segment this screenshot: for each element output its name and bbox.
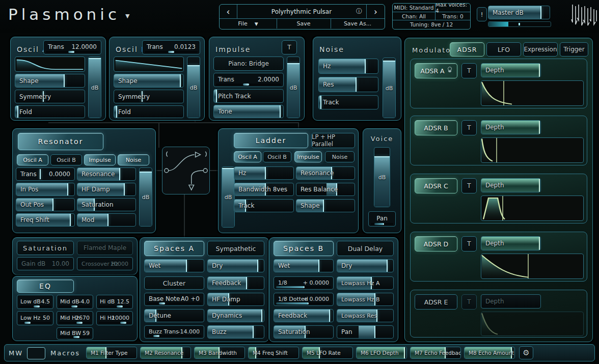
- macro-m2-slider[interactable]: M2 Resonance: [140, 347, 191, 359]
- voice-pan-slider[interactable]: Pan: [368, 211, 396, 227]
- tab-lfo[interactable]: LFO: [486, 42, 521, 57]
- spaces-b-dry-slider[interactable]: Dry: [337, 259, 394, 272]
- oscil-a-wave-display[interactable]: [15, 57, 85, 72]
- adsr-c-depth-slider[interactable]: Depth: [481, 178, 541, 192]
- ladder-mode-button[interactable]: LP + HP Parallel: [311, 133, 355, 148]
- voice-db-slider[interactable]: dB: [374, 147, 390, 207]
- preset-prev-button[interactable]: ‹: [220, 5, 237, 18]
- spaces-b-lowpass-b-slider[interactable]: Lowpass Hz B: [337, 293, 394, 306]
- oscil-b-shape-slider[interactable]: Shape: [114, 74, 184, 88]
- ladder-source-impulse[interactable]: Impulse: [294, 151, 322, 162]
- oscil-b-db-slider[interactable]: dB: [187, 57, 200, 118]
- noise-db-slider[interactable]: dB: [383, 58, 396, 118]
- macro-m3-slider[interactable]: M3 Bandwidth: [194, 347, 245, 359]
- spaces-a-feedback-slider[interactable]: Feedback: [207, 276, 264, 290]
- macro-m8-slider[interactable]: M8 Echo Amount: [464, 347, 515, 359]
- resonator-trans-box[interactable]: Trans 0.0000: [16, 167, 75, 181]
- saturation-mode-button[interactable]: Flamed Maple: [77, 241, 133, 255]
- adsr-d-enable-button[interactable]: ADSR D: [415, 236, 457, 251]
- ladder-db-slider[interactable]: dB: [222, 166, 235, 228]
- oscil-b-symmetry-slider[interactable]: Symmetry: [114, 90, 184, 103]
- eq-enable-button[interactable]: EQ: [17, 279, 74, 293]
- tab-trigger[interactable]: Trigger: [560, 42, 588, 57]
- spaces-b-delay-a-box[interactable]: 1/8 + 0.0000: [274, 276, 334, 290]
- macro-m4-slider[interactable]: M4 Freq Shift: [248, 347, 299, 359]
- adsr-e-trigger-button[interactable]: T: [461, 294, 477, 310]
- routing-matrix-display[interactable]: [162, 147, 210, 194]
- eq-mid-db-box[interactable]: Mid dB-4.0: [57, 295, 93, 309]
- oscil-a-db-slider[interactable]: dB: [88, 57, 101, 118]
- impulse-db-slider[interactable]: dB: [287, 57, 300, 118]
- adsr-e-enable-button[interactable]: ADSR E: [415, 294, 457, 310]
- eq-low-db-box[interactable]: Low dB4.5: [17, 295, 53, 309]
- noise-res-slider[interactable]: Res: [318, 77, 378, 92]
- spaces-a-wet-slider[interactable]: Wet: [144, 259, 204, 272]
- ladder-hz-slider[interactable]: Hz: [234, 166, 294, 180]
- resonator-hf-damp-slider[interactable]: HF Damp: [77, 183, 136, 196]
- noise-hz-slider[interactable]: Hz: [318, 59, 378, 74]
- oscil-b-wave-display[interactable]: [114, 57, 184, 72]
- impulse-sample-button[interactable]: Piano: Bridge: [213, 57, 284, 71]
- midi-info-box[interactable]: MIDI: Standard Max Voices: 4 Chan: All T…: [392, 3, 471, 30]
- save-button[interactable]: Save: [277, 19, 331, 29]
- adsr-e-depth-slider[interactable]: Depth: [481, 294, 541, 309]
- app-logo[interactable]: Plasmonic: [8, 5, 120, 23]
- resonator-source-oscil-b[interactable]: Oscil B: [50, 154, 82, 165]
- oscil-b-trans-box[interactable]: Trans 0.0123: [142, 40, 200, 54]
- adsr-d-trigger-button[interactable]: T: [461, 236, 477, 251]
- adsr-a-enable-button[interactable]: ADSR A: [415, 63, 457, 78]
- macro-m5-slider[interactable]: M5 LFO Rate: [302, 347, 353, 359]
- ladder-source-oscil-b[interactable]: Oscil B: [263, 151, 291, 162]
- spaces-a-buzz-slider[interactable]: Buzz: [207, 325, 264, 339]
- resonator-source-impulse[interactable]: Impulse: [84, 154, 116, 165]
- file-menu-button[interactable]: File▼: [220, 19, 277, 29]
- spaces-b-mode-button[interactable]: Dual Delay: [337, 241, 394, 256]
- adsr-d-depth-slider[interactable]: Depth: [481, 236, 541, 250]
- adsr-e-envelope-display[interactable]: [481, 312, 584, 336]
- adsr-c-enable-button[interactable]: ADSR C: [415, 178, 457, 193]
- spaces-a-hf-damp-slider[interactable]: HF Damp: [207, 293, 264, 306]
- oscil-a-symmetry-slider[interactable]: Symmetry: [15, 90, 85, 103]
- impulse-trigger-button[interactable]: T: [282, 40, 297, 54]
- ladder-enable-button[interactable]: Ladder: [234, 133, 308, 148]
- oscil-a-trans-box[interactable]: Trans 12.0000: [43, 40, 101, 54]
- spaces-a-detune-slider[interactable]: Detune: [144, 309, 204, 322]
- ladder-resonance-slider[interactable]: Resonance: [296, 166, 355, 180]
- save-as-button[interactable]: Save As...: [331, 19, 385, 29]
- macro-m1-slider[interactable]: M1 Filter Type: [86, 347, 137, 359]
- resonator-resonance-slider[interactable]: Resonance: [77, 167, 136, 181]
- noise-track-slider[interactable]: Track: [318, 95, 378, 109]
- oscil-a-shape-slider[interactable]: Shape: [15, 74, 85, 88]
- spaces-a-cluster-button[interactable]: Cluster: [144, 276, 204, 290]
- adsr-b-trigger-button[interactable]: T: [461, 120, 477, 135]
- adsr-a-trigger-button[interactable]: T: [461, 63, 477, 78]
- spaces-b-feedback-slider[interactable]: Feedback: [274, 309, 334, 322]
- resonator-source-oscil-a[interactable]: Oscil A: [17, 154, 48, 165]
- adsr-c-trigger-button[interactable]: T: [461, 178, 477, 193]
- spaces-b-enable-button[interactable]: Spaces B: [274, 241, 334, 256]
- spaces-a-dry-slider[interactable]: Dry: [207, 259, 264, 272]
- resonator-out-pos-slider[interactable]: Out Pos: [16, 198, 75, 211]
- macro-m7-slider[interactable]: M7 Echo Feedback: [410, 347, 461, 359]
- adsr-b-enable-button[interactable]: ADSR B: [415, 120, 457, 135]
- adsr-a-depth-slider[interactable]: Depth: [481, 63, 541, 77]
- spaces-b-saturation-slider[interactable]: Saturation: [274, 325, 334, 339]
- resonator-in-pos-slider[interactable]: In Pos: [16, 183, 75, 196]
- saturation-gain-box[interactable]: Gain dB 10.00: [17, 257, 74, 270]
- impulse-tone-slider[interactable]: Tone: [213, 105, 284, 118]
- logo-caret-icon[interactable]: ▼: [125, 13, 129, 19]
- resonator-mod-slider[interactable]: Mod: [77, 213, 136, 227]
- resonator-enable-button[interactable]: Resonator: [18, 133, 103, 150]
- resonator-source-noise[interactable]: Noise: [118, 154, 149, 165]
- eq-hi-hz-box[interactable]: Hi Hz10000: [96, 311, 133, 325]
- eq-hi-db-box[interactable]: Hi dB12.5: [96, 295, 133, 309]
- adsr-a-envelope-display[interactable]: [481, 80, 584, 106]
- ladder-source-noise[interactable]: Noise: [325, 151, 355, 162]
- spaces-b-pan-slider[interactable]: Pan: [337, 325, 394, 339]
- spaces-a-dynamics-slider[interactable]: Dynamics: [207, 309, 264, 322]
- alert-button[interactable]: !: [477, 7, 487, 21]
- resonator-db-slider[interactable]: dB: [139, 167, 152, 227]
- ladder-res-balance-slider[interactable]: Res Balance: [296, 183, 355, 196]
- tab-adsr[interactable]: ADSR: [450, 42, 484, 57]
- spaces-b-delay-b-box[interactable]: 1/8 Dotted + 0.0000: [274, 293, 334, 306]
